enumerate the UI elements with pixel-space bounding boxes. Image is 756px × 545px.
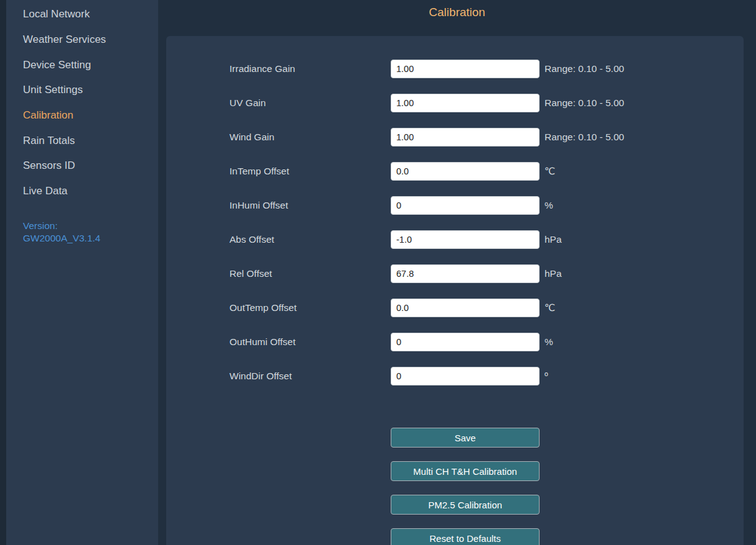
winddir-offset-suffix: º: [545, 371, 548, 382]
winddir-offset-row: WindDir Offset º: [166, 359, 744, 393]
sidebar-item-weather-services[interactable]: Weather Services: [6, 27, 158, 53]
sidebar-item-label: Unit Settings: [23, 84, 82, 96]
intemp-offset-label: InTemp Offset: [229, 166, 391, 177]
sidebar-item-label: Live Data: [23, 185, 68, 197]
main-area: Calibration Irradiance Gain Range: 0.10 …: [158, 0, 756, 545]
sidebar-item-label: Local Network: [23, 8, 90, 20]
save-button[interactable]: Save: [391, 428, 540, 448]
rel-offset-input[interactable]: [391, 264, 540, 283]
abs-offset-suffix: hPa: [545, 234, 562, 245]
abs-offset-row: Abs Offset hPa: [166, 222, 744, 256]
sidebar-item-sensors-id[interactable]: Sensors ID: [6, 153, 158, 179]
wind-gain-suffix: Range: 0.10 - 5.00: [545, 132, 624, 143]
irradiance-gain-label: Irradiance Gain: [229, 63, 391, 74]
firmware-version: Version: GW2000A_V3.1.4: [23, 220, 158, 245]
version-value: GW2000A_V3.1.4: [23, 232, 158, 245]
intemp-offset-input[interactable]: [391, 162, 540, 181]
sidebar: Local NetworkWeather ServicesDevice Sett…: [6, 0, 158, 545]
abs-offset-label: Abs Offset: [229, 234, 391, 245]
outhumi-offset-suffix: %: [545, 336, 553, 348]
multi-ch-t-h-calibration-button[interactable]: Multi CH T&H Calibration: [391, 461, 540, 481]
outtemp-offset-row: OutTemp Offset ℃: [166, 291, 744, 325]
action-buttons: SaveMulti CH T&H CalibrationPM2.5 Calibr…: [391, 428, 540, 545]
inhumi-offset-input[interactable]: [391, 196, 540, 215]
reset-to-defaults-button[interactable]: Reset to Defaults: [391, 528, 540, 545]
uv-gain-suffix: Range: 0.10 - 5.00: [545, 97, 624, 109]
outhumi-offset-label: OutHumi Offset: [229, 336, 391, 348]
intemp-offset-suffix: ℃: [545, 166, 555, 177]
sidebar-item-label: Rain Totals: [23, 135, 75, 147]
page-title: Calibration: [158, 0, 756, 20]
calibration-panel: Irradiance Gain Range: 0.10 - 5.00 UV Ga…: [166, 36, 744, 545]
sidebar-item-live-data[interactable]: Live Data: [6, 179, 158, 204]
sidebar-item-calibration[interactable]: Calibration: [6, 103, 158, 128]
intemp-offset-row: InTemp Offset ℃: [166, 154, 744, 188]
inhumi-offset-label: InHumi Offset: [229, 200, 391, 211]
outhumi-offset-input[interactable]: [391, 333, 540, 351]
inhumi-offset-row: InHumi Offset %: [166, 188, 744, 222]
rel-offset-suffix: hPa: [545, 268, 562, 279]
sidebar-item-label: Weather Services: [23, 34, 106, 46]
left-edge-strip: [0, 0, 6, 545]
sidebar-item-local-network[interactable]: Local Network: [6, 2, 158, 27]
uv-gain-row: UV Gain Range: 0.10 - 5.00: [166, 86, 744, 120]
sidebar-item-label: Calibration: [23, 109, 73, 122]
wind-gain-label: Wind Gain: [229, 132, 391, 143]
wind-gain-row: Wind Gain Range: 0.10 - 5.00: [166, 120, 744, 154]
winddir-offset-label: WindDir Offset: [229, 371, 391, 382]
version-label: Version:: [23, 220, 158, 233]
sidebar-item-label: Sensors ID: [23, 160, 75, 172]
calibration-form: Irradiance Gain Range: 0.10 - 5.00 UV Ga…: [166, 52, 744, 393]
irradiance-gain-row: Irradiance Gain Range: 0.10 - 5.00: [166, 52, 744, 86]
pm2-5-calibration-button[interactable]: PM2.5 Calibration: [391, 495, 540, 515]
outtemp-offset-input[interactable]: [391, 299, 540, 317]
winddir-offset-input[interactable]: [391, 367, 540, 385]
outhumi-offset-row: OutHumi Offset %: [166, 325, 744, 359]
uv-gain-input[interactable]: [391, 94, 540, 112]
rel-offset-label: Rel Offset: [229, 268, 391, 279]
wind-gain-input[interactable]: [391, 128, 540, 146]
outtemp-offset-label: OutTemp Offset: [229, 302, 391, 313]
uv-gain-label: UV Gain: [229, 97, 391, 109]
irradiance-gain-input[interactable]: [391, 60, 540, 78]
sidebar-item-device-setting[interactable]: Device Setting: [6, 52, 158, 78]
sidebar-nav-list: Local NetworkWeather ServicesDevice Sett…: [6, 2, 158, 204]
inhumi-offset-suffix: %: [545, 200, 553, 211]
sidebar-item-label: Device Setting: [23, 59, 91, 71]
sidebar-item-rain-totals[interactable]: Rain Totals: [6, 128, 158, 153]
irradiance-gain-suffix: Range: 0.10 - 5.00: [545, 63, 624, 74]
abs-offset-input[interactable]: [391, 230, 540, 249]
outtemp-offset-suffix: ℃: [545, 302, 555, 313]
sidebar-item-unit-settings[interactable]: Unit Settings: [6, 78, 158, 103]
rel-offset-row: Rel Offset hPa: [166, 256, 744, 291]
